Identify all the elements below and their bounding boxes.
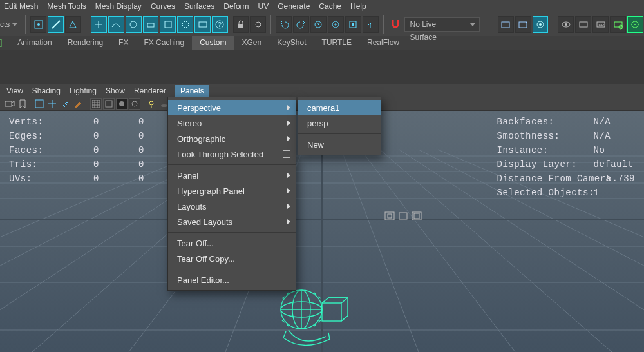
tab-fx[interactable]: FX: [111, 36, 136, 50]
separator: [493, 15, 493, 34]
circle-option-icon[interactable]: [250, 16, 266, 33]
grease-pencil-icon[interactable]: [59, 98, 71, 110]
history-icon[interactable]: [310, 16, 327, 33]
render-settings-icon[interactable]: [610, 16, 626, 33]
select-face-icon[interactable]: [65, 16, 81, 33]
menu-item-tear-off[interactable]: Tear Off...: [168, 235, 296, 251]
snap-point-icon[interactable]: [126, 16, 142, 33]
panels-dropdown[interactable]: Perspective Stereo Orthographic Look Thr…: [167, 97, 296, 291]
history-plus-icon[interactable]: [328, 16, 344, 33]
panel-menu-lighting[interactable]: Lighting: [70, 86, 97, 95]
render-icon[interactable]: [575, 16, 591, 33]
menu-item-panel[interactable]: Panel: [168, 168, 296, 183]
menu-item-look-through-selected[interactable]: Look Through Selected: [168, 146, 296, 162]
menu-item-stereo[interactable]: Stereo: [168, 115, 296, 131]
snap-view-icon[interactable]: [194, 16, 211, 33]
panel-menu-show[interactable]: Show: [106, 86, 125, 95]
menu-item-saved-layouts[interactable]: Saved Layouts: [168, 214, 296, 230]
panel-menu-shading[interactable]: Shading: [32, 86, 61, 95]
dropdown-arrow-icon[interactable]: [12, 23, 17, 26]
svg-rect-10: [238, 24, 243, 28]
menu-item-perspective[interactable]: Perspective: [168, 100, 296, 115]
2d-pan-icon[interactable]: [46, 98, 58, 110]
select-vertex-icon[interactable]: [30, 16, 46, 33]
menu-generate[interactable]: Generate: [278, 2, 310, 11]
grid-shading-icon[interactable]: [90, 98, 102, 110]
menu-uv[interactable]: UV: [258, 2, 269, 11]
textured-icon[interactable]: [129, 98, 140, 110]
submenu-item-new[interactable]: New: [298, 137, 381, 152]
lock-icon[interactable]: [233, 16, 249, 33]
svg-point-18: [539, 23, 542, 26]
svg-point-34: [149, 101, 153, 105]
svg-rect-31: [106, 101, 112, 107]
image-plane-icon[interactable]: [33, 98, 45, 110]
camera-select-icon[interactable]: [4, 98, 15, 110]
snap-plane-icon[interactable]: [143, 16, 159, 33]
bookmark-icon[interactable]: [17, 98, 28, 110]
svg-rect-29: [35, 100, 43, 108]
tab-xgen[interactable]: XGen: [234, 36, 269, 50]
tab-custom[interactable]: Custom: [192, 36, 234, 50]
menu-curves[interactable]: Curves: [151, 2, 175, 11]
axis-icon[interactable]: [363, 16, 379, 33]
snap-grid-icon[interactable]: [91, 16, 107, 33]
svg-rect-21: [580, 22, 587, 27]
render-view-icon[interactable]: [558, 16, 574, 33]
ipr-icon[interactable]: IPR: [592, 16, 609, 33]
select-edge-icon[interactable]: [48, 16, 64, 33]
pencil-color-icon[interactable]: [72, 98, 84, 110]
open-icon[interactable]: [498, 16, 514, 33]
smooth-shade-icon[interactable]: [116, 98, 128, 110]
svg-rect-30: [92, 100, 100, 108]
live-surface-dropdown[interactable]: No Live Surface: [404, 17, 480, 32]
menu-item-orthographic[interactable]: Orthographic: [168, 131, 296, 146]
hud-poly-stats: Verts:00 Edges:00 Faces:00 Tris:00 UVs:0…: [9, 115, 144, 186]
render-globals-icon[interactable]: [627, 16, 643, 33]
xray-icon[interactable]: [397, 210, 409, 222]
new-window-icon[interactable]: [515, 16, 531, 33]
menu-cache[interactable]: Cache: [319, 2, 341, 11]
svg-line-53: [361, 150, 515, 352]
menu-item-tear-off-copy[interactable]: Tear Off Copy...: [168, 251, 296, 266]
tab-rendering[interactable]: Rendering: [60, 36, 111, 50]
tab-keyshot[interactable]: KeyShot: [269, 36, 314, 50]
construction-history-icon[interactable]: [345, 16, 361, 33]
tab-cut[interactable]: ]: [0, 36, 10, 50]
submenu-item-persp[interactable]: persp: [298, 115, 381, 131]
menu-item-hypergraph-panel[interactable]: Hypergraph Panel: [168, 183, 296, 199]
menu-item-panel-editor[interactable]: Panel Editor...: [168, 272, 296, 288]
magnet-icon[interactable]: [390, 17, 401, 32]
gate-mask-icon[interactable]: [411, 210, 422, 222]
menu-edit-mesh[interactable]: Edit Mesh: [4, 2, 38, 11]
menu-item-layouts[interactable]: Layouts: [168, 199, 296, 214]
menu-divider: [168, 269, 296, 269]
tab-turtle[interactable]: TURTLE: [314, 36, 359, 50]
help-icon[interactable]: ?: [212, 16, 228, 33]
perspective-submenu[interactable]: camera1 persp New: [298, 97, 381, 155]
menu-mesh-display[interactable]: Mesh Display: [95, 2, 142, 11]
panel-menu-renderer[interactable]: Renderer: [134, 86, 166, 95]
panel-menu-panels[interactable]: Panels: [175, 85, 209, 97]
panel-menu-view[interactable]: View: [6, 86, 23, 95]
tab-fx-caching[interactable]: FX Caching: [136, 36, 192, 50]
lights-icon[interactable]: [146, 98, 157, 110]
wireframe-icon[interactable]: [103, 98, 115, 110]
snap-curve-icon[interactable]: [108, 16, 124, 33]
menu-deform[interactable]: Deform: [223, 2, 249, 11]
menu-surfaces[interactable]: Surfaces: [184, 2, 214, 11]
isolate-select-icon[interactable]: [384, 210, 395, 222]
tab-realflow[interactable]: RealFlow: [359, 36, 407, 50]
separator: [553, 15, 553, 34]
snap-component-icon[interactable]: [177, 16, 193, 33]
snap-surface-icon[interactable]: [160, 16, 176, 33]
menu-mesh-tools[interactable]: Mesh Tools: [47, 2, 86, 11]
undo-icon[interactable]: [276, 16, 292, 33]
redo-icon[interactable]: [293, 16, 309, 33]
menu-help[interactable]: Help: [350, 2, 366, 11]
submenu-item-camera1[interactable]: camera1: [298, 100, 381, 115]
svg-point-3: [130, 21, 137, 28]
tab-animation[interactable]: Animation: [10, 36, 59, 50]
hypershade-icon[interactable]: [533, 16, 549, 33]
svg-rect-64: [385, 212, 394, 220]
